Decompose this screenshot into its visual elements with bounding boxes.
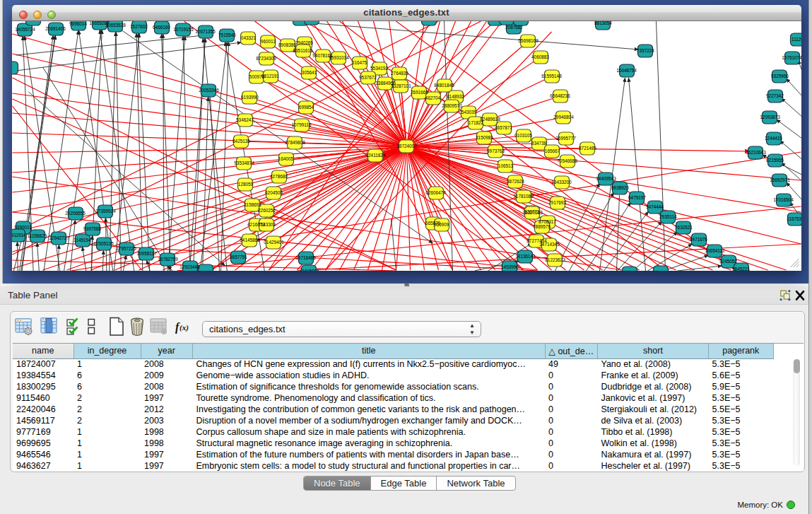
svg-text:3911934: 3911934 [12, 233, 26, 238]
svg-text:8471676: 8471676 [690, 237, 707, 242]
svg-text:0812191: 0812191 [261, 74, 279, 78]
svg-text:29946804: 29946804 [553, 115, 574, 119]
svg-text:70546688: 70546688 [557, 158, 577, 163]
svg-text:2691669: 2691669 [411, 90, 428, 95]
svg-text:165667: 165667 [544, 148, 560, 153]
svg-text:13433200: 13433200 [551, 180, 572, 185]
svg-text:10958117: 10958117 [136, 251, 156, 256]
svg-text:9657791: 9657791 [230, 255, 247, 259]
svg-text:6466160: 6466160 [153, 25, 170, 30]
svg-text:7889579: 7889579 [533, 224, 551, 229]
svg-text:3150983: 3150983 [476, 135, 493, 140]
svg-text:128059: 128059 [237, 182, 253, 187]
svg-text:16210643: 16210643 [746, 150, 766, 155]
svg-text:316475: 316475 [351, 60, 367, 65]
svg-text:1167533: 1167533 [787, 216, 801, 221]
svg-text:543039: 543039 [461, 110, 476, 115]
svg-text:14136141: 14136141 [515, 254, 536, 259]
svg-text:8215955: 8215955 [766, 158, 784, 163]
svg-text:65648236: 65648236 [550, 93, 570, 98]
svg-text:9537672: 9537672 [359, 75, 377, 80]
svg-text:1527602: 1527602 [130, 24, 148, 29]
svg-text:5346247: 5346247 [236, 117, 254, 122]
svg-text:9845221: 9845221 [732, 267, 750, 271]
svg-text:0103105: 0103105 [514, 133, 532, 138]
svg-text:82489638: 82489638 [480, 117, 500, 122]
svg-text:84801845: 84801845 [434, 83, 454, 88]
svg-text:8813054: 8813054 [594, 21, 612, 25]
svg-text:6193990: 6193990 [241, 95, 259, 100]
svg-text:366909: 366909 [433, 222, 449, 227]
svg-text:043321: 043321 [240, 35, 256, 40]
svg-text:834738: 834738 [531, 141, 546, 146]
svg-text:699854: 699854 [298, 105, 314, 110]
svg-text:164005: 164005 [278, 156, 293, 161]
svg-text:7515546: 7515546 [218, 33, 236, 37]
svg-text:9245052: 9245052 [719, 259, 737, 264]
svg-text:55698169: 55698169 [518, 38, 539, 43]
svg-text:53287101: 53287101 [391, 83, 411, 88]
svg-text:12505135: 12505135 [93, 241, 114, 246]
svg-text:8908386: 8908386 [278, 42, 296, 47]
svg-text:61595148: 61595148 [541, 74, 562, 78]
svg-text:76320163: 76320163 [522, 210, 543, 215]
svg-text:12942737: 12942737 [49, 235, 69, 240]
svg-text:12415095: 12415095 [299, 269, 319, 271]
svg-text:(x): (x) [180, 323, 189, 332]
svg-text:1244415: 1244415 [765, 136, 782, 141]
svg-text:02606474: 02606474 [425, 190, 446, 195]
svg-text:106513: 106513 [498, 163, 513, 168]
svg-text:16782759: 16782759 [158, 257, 178, 262]
svg-text:36995777: 36995777 [555, 136, 576, 141]
svg-text:8938923: 8938923 [611, 185, 629, 190]
svg-text:12093873: 12093873 [760, 115, 780, 119]
svg-text:2087682: 2087682 [505, 25, 523, 30]
svg-text:12923448: 12923448 [180, 264, 200, 269]
svg-text:9696014: 9696014 [69, 21, 87, 26]
svg-text:10654112: 10654112 [705, 248, 724, 253]
svg-text:15692971: 15692971 [770, 177, 790, 182]
svg-text:17359924: 17359924 [95, 209, 116, 214]
svg-text:27849808: 27849808 [285, 140, 305, 145]
svg-text:93534874: 93534874 [234, 160, 254, 165]
svg-text:81223623: 81223623 [545, 257, 565, 262]
svg-text:10719155: 10719155 [173, 27, 194, 32]
svg-text:10799118: 10799118 [291, 122, 311, 127]
svg-text:10671355: 10671355 [195, 29, 216, 34]
svg-text:12411824: 12411824 [365, 153, 385, 158]
svg-text:4060883: 4060883 [531, 54, 549, 59]
svg-text:10653528: 10653528 [105, 23, 126, 28]
svg-text:5534192: 5534192 [370, 66, 388, 71]
svg-text:1453996: 1453996 [501, 264, 519, 269]
svg-text:16648754: 16648754 [616, 68, 637, 73]
svg-text:15716485: 15716485 [295, 255, 316, 260]
svg-text:2935114: 2935114 [659, 214, 677, 219]
svg-text:01429401: 01429401 [264, 240, 284, 245]
svg-text:9973763: 9973763 [487, 148, 505, 153]
svg-text:20053346: 20053346 [199, 88, 219, 93]
svg-text:4278680: 4278680 [270, 174, 288, 179]
svg-text:7543303: 7543303 [258, 222, 276, 227]
svg-text:7917693: 7917693 [548, 200, 566, 205]
svg-text:4657871: 4657871 [495, 125, 512, 130]
svg-text:305641: 305641 [301, 70, 317, 75]
svg-text:23511615: 23511615 [293, 48, 312, 53]
svg-text:14055724: 14055724 [15, 27, 35, 32]
svg-text:9390011: 9390011 [14, 225, 32, 230]
svg-text:2764835: 2764835 [391, 71, 408, 76]
svg-text:17016504: 17016504 [773, 197, 794, 202]
svg-text:6479197: 6479197 [628, 195, 646, 200]
svg-text:2260256: 2260256 [258, 208, 276, 213]
svg-text:462704: 462704 [425, 95, 440, 100]
svg-text:95931034: 95931034 [329, 55, 349, 60]
svg-text:8708317: 8708317 [539, 219, 556, 224]
svg-text:20691406: 20691406 [45, 26, 66, 31]
svg-text:1145194: 1145194 [73, 238, 91, 243]
svg-text:9397588: 9397588 [83, 226, 101, 231]
svg-text:960013: 960013 [260, 39, 276, 44]
svg-text:3872624: 3872624 [507, 179, 524, 184]
svg-text:34714345: 34714345 [539, 242, 560, 247]
svg-text:31781080: 31781080 [513, 194, 534, 199]
svg-text:6204505: 6204505 [265, 190, 283, 195]
svg-text:7357224: 7357224 [637, 48, 654, 53]
